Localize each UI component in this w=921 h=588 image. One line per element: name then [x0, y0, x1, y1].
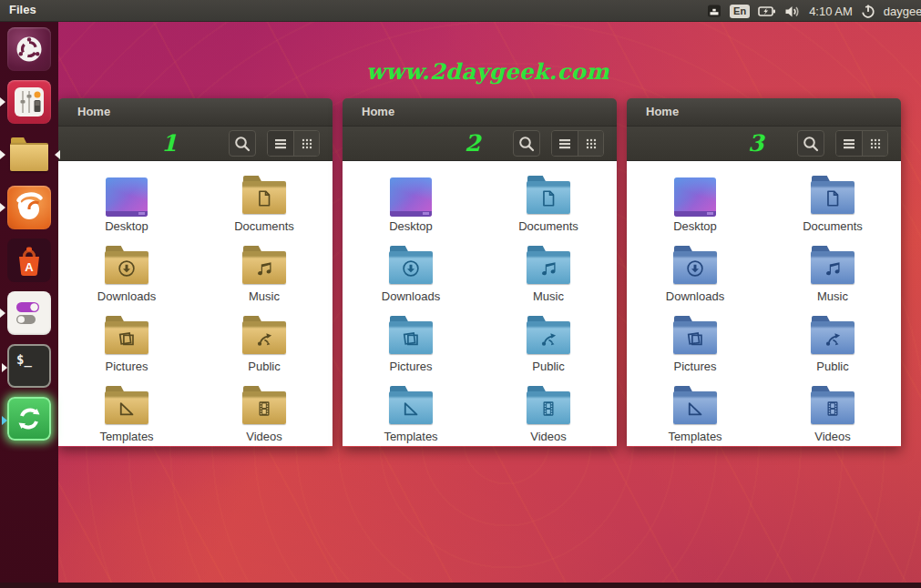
share-emblem-icon: [823, 329, 843, 349]
screen-bottom-edge: [0, 583, 921, 588]
folder-icon: [105, 246, 148, 287]
folder-public[interactable]: Public: [480, 313, 617, 375]
folder-label: Desktop: [627, 219, 763, 233]
list-view-button[interactable]: [552, 131, 578, 156]
username-menu[interactable]: daygeek: [884, 5, 921, 18]
folder-music[interactable]: Music: [764, 243, 901, 305]
folder-label: Videos: [196, 430, 333, 443]
running-indicator-arrow: [2, 416, 12, 425]
list-view-button[interactable]: [268, 131, 293, 156]
search-button[interactable]: [229, 130, 256, 157]
folder-icon: [105, 316, 148, 357]
clock[interactable]: 4:10 AM: [809, 5, 853, 18]
folder-pictures[interactable]: Pictures: [627, 313, 763, 375]
folder-label: Music: [480, 289, 617, 303]
search-button[interactable]: [797, 130, 824, 157]
folder-templates[interactable]: Templates: [627, 383, 763, 445]
power-icon[interactable]: [861, 4, 875, 19]
titlebar[interactable]: Home: [343, 98, 617, 127]
folder-public[interactable]: Public: [196, 313, 333, 375]
launcher-item-software-updater[interactable]: [7, 397, 51, 441]
pictures-emblem-icon: [117, 329, 137, 349]
folder-label: Pictures: [58, 360, 195, 373]
folder-documents[interactable]: Documents: [480, 173, 617, 235]
desktop-icon: [106, 177, 148, 217]
grid-view-button[interactable]: [578, 131, 603, 156]
window-title: Home: [77, 98, 110, 126]
svg-text:A: A: [25, 260, 34, 274]
annotation-number: 3: [748, 130, 763, 157]
launcher-item-firefox[interactable]: [7, 186, 51, 229]
document-emblem-icon: [254, 188, 274, 208]
input-source-icon[interactable]: [707, 4, 721, 18]
view-toggle-group: [551, 130, 604, 157]
titlebar[interactable]: Home: [58, 98, 333, 127]
folder-desktop[interactable]: Desktop: [343, 173, 479, 235]
folder-documents[interactable]: Documents: [196, 173, 333, 235]
grid-view-button[interactable]: [862, 131, 887, 156]
annotation-number: 1: [161, 130, 177, 157]
search-icon: [517, 134, 537, 154]
folder-desktop[interactable]: Desktop: [58, 173, 195, 235]
search-icon: [801, 134, 821, 154]
document-emblem-icon: [538, 188, 558, 208]
folder-music[interactable]: Music: [196, 243, 333, 305]
folder-music[interactable]: Music: [480, 243, 617, 305]
folder-label: Public: [196, 360, 333, 373]
battery-icon[interactable]: [758, 4, 776, 19]
sliders-icon: [15, 87, 44, 117]
music-emblem-icon: [254, 259, 274, 279]
folder-videos[interactable]: Videos: [480, 383, 617, 445]
titlebar[interactable]: Home: [627, 98, 901, 127]
launcher-item-system-settings[interactable]: [7, 80, 51, 124]
folder-icon: [7, 133, 51, 177]
running-indicator-arrow: [0, 97, 10, 106]
volume-icon[interactable]: [784, 4, 801, 19]
keyboard-layout-indicator[interactable]: En: [730, 5, 750, 18]
folder-icon: [389, 316, 433, 357]
files-window-1: Home 1 Desktop Documents Downloads: [58, 98, 333, 447]
launcher-item-tweak-tool[interactable]: [7, 291, 51, 335]
folder-label: Pictures: [627, 360, 763, 373]
folder-templates[interactable]: Templates: [343, 383, 479, 445]
window-title: Home: [646, 98, 679, 126]
folder-videos[interactable]: Videos: [764, 383, 901, 445]
folder-icon: [105, 386, 148, 427]
launcher-item-ubuntu-software[interactable]: A: [7, 238, 51, 282]
folder-desktop[interactable]: Desktop: [627, 173, 763, 235]
folder-label: Music: [196, 289, 333, 303]
video-emblem-icon: [823, 399, 843, 419]
folder-icon: [242, 246, 286, 287]
window-title: Home: [362, 98, 394, 126]
launcher-item-files[interactable]: [7, 133, 51, 177]
list-view-button[interactable]: [836, 131, 862, 156]
folder-documents[interactable]: Documents: [764, 173, 901, 235]
search-icon: [232, 134, 252, 154]
folder-videos[interactable]: Videos: [196, 383, 333, 445]
download-emblem-icon: [685, 259, 705, 279]
folder-pictures[interactable]: Pictures: [58, 313, 195, 375]
folder-downloads[interactable]: Downloads: [343, 243, 479, 305]
launcher-item-terminal[interactable]: $_: [7, 344, 51, 388]
pictures-emblem-icon: [685, 329, 705, 349]
app-menu-files[interactable]: Files: [9, 3, 36, 16]
unity-launcher: A $_: [0, 22, 58, 588]
folder-icon: [527, 386, 570, 427]
search-button[interactable]: [513, 130, 540, 157]
software-bag-icon: A: [7, 238, 51, 282]
grid-view-button[interactable]: [293, 131, 319, 156]
music-emblem-icon: [538, 259, 558, 279]
folder-label: Public: [764, 360, 901, 373]
folder-downloads[interactable]: Downloads: [627, 243, 763, 305]
launcher-item-dash-home[interactable]: [7, 27, 51, 71]
folder-downloads[interactable]: Downloads: [58, 243, 195, 305]
folder-label: Public: [480, 360, 617, 373]
folder-label: Templates: [343, 430, 479, 443]
folder-icon: [673, 246, 717, 287]
folder-public[interactable]: Public: [764, 313, 901, 375]
folder-label: Documents: [480, 219, 617, 233]
folder-templates[interactable]: Templates: [58, 383, 195, 445]
template-emblem-icon: [685, 399, 705, 419]
folder-icon: [673, 316, 717, 357]
folder-pictures[interactable]: Pictures: [343, 313, 479, 375]
